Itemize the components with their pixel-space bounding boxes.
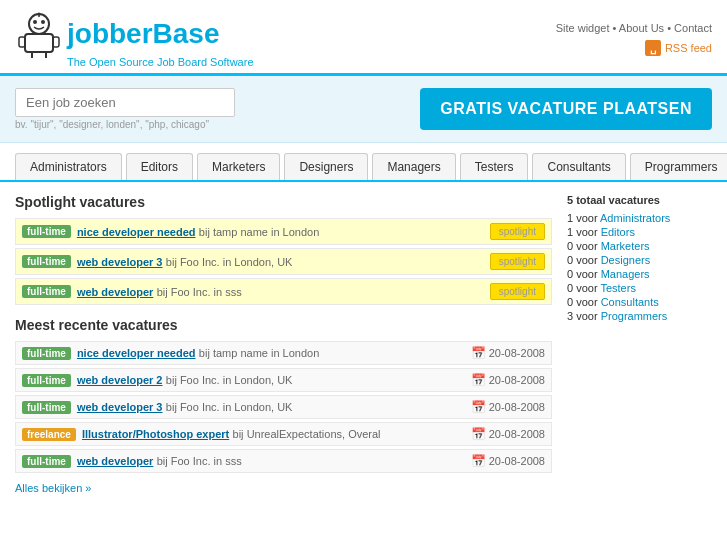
logo-area: jobberBase The Open Source Job Board Sof… (15, 10, 254, 68)
sidebar-item-editors: 1 voor Editors (567, 226, 712, 238)
search-input[interactable] (15, 88, 235, 117)
job-info: web developer 3 bij Foo Inc. in London, … (77, 255, 293, 269)
job-title-link[interactable]: nice developer needed (77, 347, 196, 359)
tabs: Administrators Editors Marketers Designe… (0, 143, 727, 182)
search-hint: bv. "tijur", "designer, londen", "php, c… (15, 119, 235, 130)
job-title-link[interactable]: web developer 3 (77, 401, 163, 413)
sidebar-count: 1 voor (567, 212, 600, 224)
sidebar-count: 0 voor (567, 254, 601, 266)
job-company: bij Foo Inc. in London, UK (166, 256, 293, 268)
tab-marketers[interactable]: Marketers (197, 153, 280, 180)
svg-point-2 (41, 20, 45, 24)
sidebar-link-managers[interactable]: Managers (601, 268, 650, 280)
job-type-badge: full-time (22, 255, 71, 268)
job-info: nice developer needed bij tamp name in L… (77, 225, 319, 239)
sidebar-item-testers: 0 voor Testers (567, 282, 712, 294)
sidebar-link-programmers[interactable]: Programmers (601, 310, 668, 322)
spotlight-badge: spotlight (490, 283, 545, 300)
job-type-badge: freelance (22, 428, 76, 441)
tab-editors[interactable]: Editors (126, 153, 193, 180)
job-info: web developer bij Foo Inc. in sss (77, 285, 242, 299)
job-company: bij UnrealExpectations, Overal (233, 428, 381, 440)
job-type-badge: full-time (22, 347, 71, 360)
job-company: bij Foo Inc. in London, UK (166, 374, 293, 386)
sidebar-link-administrators[interactable]: Administrators (600, 212, 670, 224)
job-type-badge: full-time (22, 225, 71, 238)
sidebar-count: 0 voor (567, 268, 601, 280)
sidebar-item-designers: 0 voor Designers (567, 254, 712, 266)
spotlight-job-2: full-time web developer 3 bij Foo Inc. i… (15, 248, 552, 275)
header: jobberBase The Open Source Job Board Sof… (0, 0, 727, 76)
sidebar-item-programmers: 3 voor Programmers (567, 310, 712, 322)
calendar-icon: 📅 (471, 400, 486, 414)
sidebar-link-editors[interactable]: Editors (601, 226, 635, 238)
post-job-button[interactable]: GRATIS VACATURE PLAATSEN (420, 88, 712, 130)
logo-icon (15, 10, 63, 58)
sidebar-link-marketers[interactable]: Marketers (601, 240, 650, 252)
job-title-link[interactable]: web developer 2 (77, 374, 163, 386)
tab-administrators[interactable]: Administrators (15, 153, 122, 180)
tab-programmers[interactable]: Programmers (630, 153, 727, 180)
job-title-link[interactable]: web developer (77, 286, 153, 298)
job-info: web developer 2 bij Foo Inc. in London, … (77, 373, 293, 387)
job-type-badge: full-time (22, 401, 71, 414)
sidebar-count: 0 voor (567, 240, 601, 252)
sidebar-link-consultants[interactable]: Consultants (601, 296, 659, 308)
rss-feed-link[interactable]: ␣ RSS feed (645, 40, 712, 56)
recent-job-4: freelance Illustrator/Photoshop expert b… (15, 422, 552, 446)
job-info: Illustrator/Photoshop expert bij UnrealE… (82, 427, 381, 441)
search-area: bv. "tijur", "designer, londen", "php, c… (15, 88, 235, 130)
sidebar-item-managers: 0 voor Managers (567, 268, 712, 280)
tab-testers[interactable]: Testers (460, 153, 529, 180)
job-company: bij Foo Inc. in London, UK (166, 401, 293, 413)
logo: jobberBase (15, 10, 254, 58)
job-type-badge: full-time (22, 285, 71, 298)
spotlight-section: Spotlight vacatures full-time nice devel… (15, 194, 552, 305)
tab-consultants[interactable]: Consultants (532, 153, 625, 180)
job-company: bij Foo Inc. in sss (157, 455, 242, 467)
calendar-icon: 📅 (471, 454, 486, 468)
calendar-icon: 📅 (471, 346, 486, 360)
job-title-link[interactable]: web developer (77, 455, 153, 467)
sidebar-link-testers[interactable]: Testers (600, 282, 635, 294)
sidebar-count: 1 voor (567, 226, 601, 238)
header-right: Site widget • About Us • Contact ␣ RSS f… (556, 22, 712, 56)
job-title-link[interactable]: nice developer needed (77, 226, 196, 238)
spotlight-job-3: full-time web developer bij Foo Inc. in … (15, 278, 552, 305)
sidebar-item-consultants: 0 voor Consultants (567, 296, 712, 308)
tab-designers[interactable]: Designers (284, 153, 368, 180)
svg-point-7 (38, 13, 41, 16)
job-title-link[interactable]: web developer 3 (77, 256, 163, 268)
recent-job-2: full-time web developer 2 bij Foo Inc. i… (15, 368, 552, 392)
job-info: web developer bij Foo Inc. in sss (77, 454, 242, 468)
job-date: 📅 20-08-2008 (471, 454, 545, 468)
recent-title: Meest recente vacatures (15, 317, 552, 333)
sidebar-link-designers[interactable]: Designers (601, 254, 651, 266)
rss-label: RSS feed (665, 42, 712, 54)
spotlight-badge: spotlight (490, 223, 545, 240)
job-info: nice developer needed bij tamp name in L… (77, 346, 319, 360)
job-type-badge: full-time (22, 455, 71, 468)
job-company: bij tamp name in London (199, 347, 319, 359)
main: Spotlight vacatures full-time nice devel… (0, 182, 727, 507)
job-type-badge: full-time (22, 374, 71, 387)
logo-text-plain: jobber (67, 18, 153, 49)
tab-managers[interactable]: Managers (372, 153, 455, 180)
recent-job-1: full-time nice developer needed bij tamp… (15, 341, 552, 365)
calendar-icon: 📅 (471, 427, 486, 441)
svg-point-1 (33, 20, 37, 24)
job-company: bij Foo Inc. in sss (157, 286, 242, 298)
spotlight-badge: spotlight (490, 253, 545, 270)
job-date: 📅 20-08-2008 (471, 400, 545, 414)
logo-text: jobberBase (67, 18, 220, 50)
sidebar-count: 0 voor (567, 282, 600, 294)
search-bar: bv. "tijur", "designer, londen", "php, c… (0, 76, 727, 143)
sidebar-item-marketers: 0 voor Marketers (567, 240, 712, 252)
svg-rect-3 (25, 34, 53, 52)
job-info: web developer 3 bij Foo Inc. in London, … (77, 400, 293, 414)
all-jobs-link[interactable]: Alles bekijken » (15, 482, 91, 494)
logo-tagline: The Open Source Job Board Software (67, 56, 254, 68)
sidebar-count: 3 voor (567, 310, 601, 322)
sidebar-count: 0 voor (567, 296, 601, 308)
job-title-link[interactable]: Illustrator/Photoshop expert (82, 428, 229, 440)
